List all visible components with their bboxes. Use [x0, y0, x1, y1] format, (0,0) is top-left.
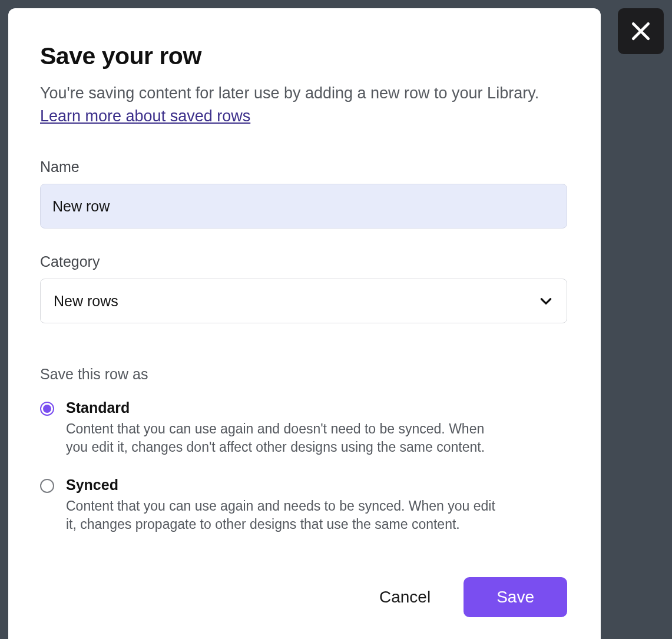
modal-subtitle: You're saving content for later use by a… — [40, 82, 552, 128]
category-field-group: Category New rows — [40, 253, 569, 323]
modal-title: Save your row — [40, 42, 569, 70]
save-as-label: Save this row as — [40, 366, 569, 383]
save-button[interactable]: Save — [464, 577, 567, 617]
radio-body: Standard Content that you can use again … — [66, 399, 499, 456]
radio-indicator — [40, 479, 54, 493]
cancel-button[interactable]: Cancel — [379, 588, 431, 607]
name-input[interactable] — [40, 184, 567, 229]
name-label: Name — [40, 158, 569, 176]
save-row-modal: Save your row You're saving content for … — [8, 8, 601, 639]
chevron-down-icon — [538, 293, 554, 309]
radio-option-standard[interactable]: Standard Content that you can use again … — [40, 399, 499, 456]
radio-description: Content that you can use again and needs… — [66, 497, 499, 534]
radio-title: Standard — [66, 399, 499, 416]
radio-option-synced[interactable]: Synced Content that you can use again an… — [40, 476, 499, 534]
modal-footer: Cancel Save — [40, 554, 567, 617]
learn-more-link[interactable]: Learn more about saved rows — [40, 107, 250, 125]
category-value: New rows — [54, 293, 118, 310]
radio-body: Synced Content that you can use again an… — [66, 476, 499, 534]
category-select[interactable]: New rows — [40, 279, 567, 323]
close-button[interactable] — [618, 8, 664, 54]
name-field-group: Name — [40, 158, 569, 229]
subtitle-text: You're saving content for later use by a… — [40, 84, 539, 102]
radio-title: Synced — [66, 476, 499, 494]
radio-description: Content that you can use again and doesn… — [66, 420, 499, 456]
category-label: Category — [40, 253, 569, 270]
close-icon — [630, 20, 652, 42]
radio-indicator — [40, 402, 54, 416]
